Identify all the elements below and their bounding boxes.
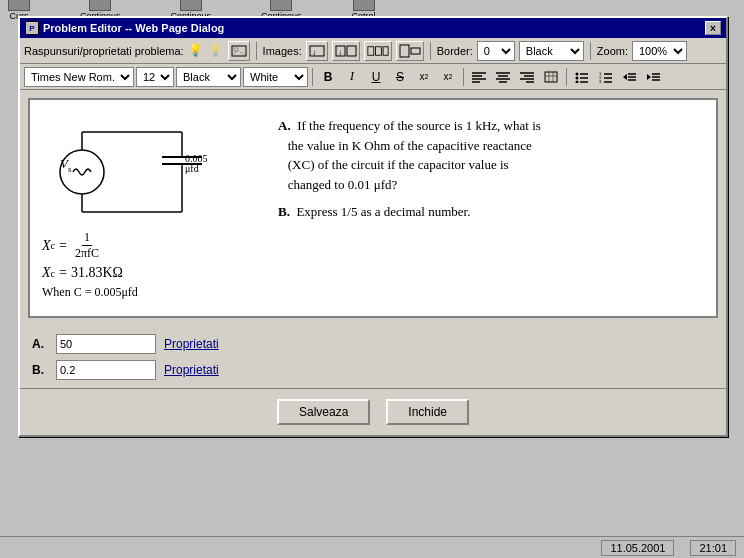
svg-rect-9 — [368, 46, 374, 54]
image-copy-btn[interactable] — [228, 41, 250, 61]
bg-color-select[interactable]: White — [243, 67, 308, 87]
question-a-letter: A. — [278, 118, 294, 133]
title-bar-icon: P — [25, 21, 39, 35]
bold-button[interactable]: B — [317, 67, 339, 87]
strikethrough-button[interactable]: S — [389, 67, 411, 87]
separator-fmt-2 — [463, 68, 464, 86]
svg-marker-42 — [623, 74, 627, 80]
indent-decrease-button[interactable] — [619, 67, 641, 87]
toolbar-1: Raspunsuri/proprietati problema: 💡 💡 Ima… — [20, 38, 726, 64]
svg-point-32 — [576, 76, 579, 79]
separator-2 — [430, 42, 431, 60]
subscript-button[interactable]: x2 — [437, 67, 459, 87]
svg-line-3 — [240, 52, 246, 56]
dialog-title: Problem Editor -- Web Page Dialog — [43, 22, 224, 34]
list-unordered-button[interactable] — [571, 67, 593, 87]
separator-3 — [590, 42, 591, 60]
img-btn-1[interactable]: ↓ — [306, 41, 328, 61]
answer-row-b: B. Proprietati — [32, 360, 714, 380]
answer-a-input[interactable] — [56, 334, 156, 354]
separator-fmt-1 — [312, 68, 313, 86]
toolbar-label-raspunsuri: Raspunsuri/proprietati problema: — [24, 45, 184, 57]
font-color-select[interactable]: Black — [176, 67, 241, 87]
svg-marker-46 — [647, 74, 651, 80]
svg-text:↓: ↓ — [338, 48, 342, 57]
svg-rect-13 — [411, 48, 420, 54]
svg-rect-11 — [383, 46, 388, 54]
answer-a-label: A. — [32, 337, 48, 351]
status-bar: 11.05.2001 21:01 — [0, 536, 744, 558]
svg-point-30 — [576, 72, 579, 75]
answer-b-input[interactable] — [56, 360, 156, 380]
question-b-text: Express 1/5 as a decimal number. — [296, 204, 470, 219]
zoom-select[interactable]: 100% — [632, 41, 687, 61]
separator-1 — [256, 42, 257, 60]
problem-box: V s — [28, 98, 718, 318]
dialog-window: P Problem Editor -- Web Page Dialog × Ra… — [18, 16, 728, 437]
answer-row-a: A. Proprietati — [32, 334, 714, 354]
svg-rect-26 — [545, 72, 557, 82]
answer-b-proprietati[interactable]: Proprietati — [164, 363, 219, 377]
table-button[interactable] — [540, 67, 562, 87]
circuit-area: V s — [42, 112, 262, 304]
bulb-on-icon[interactable]: 💡 — [188, 43, 204, 59]
italic-button[interactable]: I — [341, 67, 363, 87]
formula-xc-def: Xc = 1 2πfC — [42, 230, 138, 261]
close-dialog-button[interactable]: Inchide — [386, 399, 469, 425]
question-a: A. If the frequency of the source is 1 k… — [278, 116, 704, 194]
question-b: B. Express 1/5 as a decimal number. — [278, 202, 704, 222]
svg-rect-10 — [375, 46, 381, 54]
underline-button[interactable]: U — [365, 67, 387, 87]
svg-point-34 — [576, 80, 579, 83]
superscript-button[interactable]: x2 — [413, 67, 435, 87]
zoom-label: Zoom: — [597, 45, 628, 57]
status-time: 21:01 — [690, 540, 736, 556]
list-ordered-button[interactable]: 1.2.3. — [595, 67, 617, 87]
img-btn-3[interactable] — [364, 41, 392, 61]
img-btn-4[interactable] — [396, 41, 424, 61]
circuit-diagram: V s — [42, 122, 242, 222]
save-button[interactable]: Salveaza — [277, 399, 370, 425]
svg-text:s: s — [68, 164, 72, 174]
align-center-button[interactable] — [492, 67, 514, 87]
bulb-off-icon[interactable]: 💡 — [208, 43, 224, 59]
question-a-text: If the frequency of the source is 1 kHz,… — [278, 118, 541, 192]
close-button[interactable]: × — [705, 21, 721, 35]
svg-text:μfd: μfd — [185, 163, 199, 174]
align-right-button[interactable] — [516, 67, 538, 87]
questions-area: A. If the frequency of the source is 1 k… — [278, 112, 704, 304]
border-label: Border: — [437, 45, 473, 57]
align-left-button[interactable] — [468, 67, 490, 87]
svg-rect-12 — [400, 45, 409, 57]
svg-text:3.: 3. — [599, 79, 602, 83]
indent-increase-button[interactable] — [643, 67, 665, 87]
svg-text:↓: ↓ — [312, 48, 316, 57]
images-label: Images: — [263, 45, 302, 57]
status-date: 11.05.2001 — [601, 540, 674, 556]
formula-when-c: When C = 0.005μfd — [42, 285, 138, 300]
answer-b-label: B. — [32, 363, 48, 377]
svg-rect-7 — [347, 46, 356, 56]
formula-xc-val: Xc = 31.83KΩ — [42, 265, 138, 281]
bottom-buttons-area: Salveaza Inchide — [20, 388, 726, 435]
font-size-select[interactable]: 12 — [136, 67, 174, 87]
border-color-select[interactable]: Black — [519, 41, 584, 61]
content-area: V s — [20, 90, 726, 326]
img-btn-2[interactable]: ↓ — [332, 41, 360, 61]
font-family-select[interactable]: Times New Rom... — [24, 67, 134, 87]
format-toolbar: Times New Rom... 12 Black White B I U S … — [20, 64, 726, 90]
answer-a-proprietati[interactable]: Proprietati — [164, 337, 219, 351]
title-bar: P Problem Editor -- Web Page Dialog × — [20, 18, 726, 38]
formula-area: Xc = 1 2πfC Xc = 31.83KΩ When C = 0.005μ… — [42, 230, 138, 304]
question-b-letter: B. — [278, 204, 293, 219]
border-value-select[interactable]: 0 — [477, 41, 515, 61]
answer-section: A. Proprietati B. Proprietati — [20, 326, 726, 388]
separator-fmt-3 — [566, 68, 567, 86]
